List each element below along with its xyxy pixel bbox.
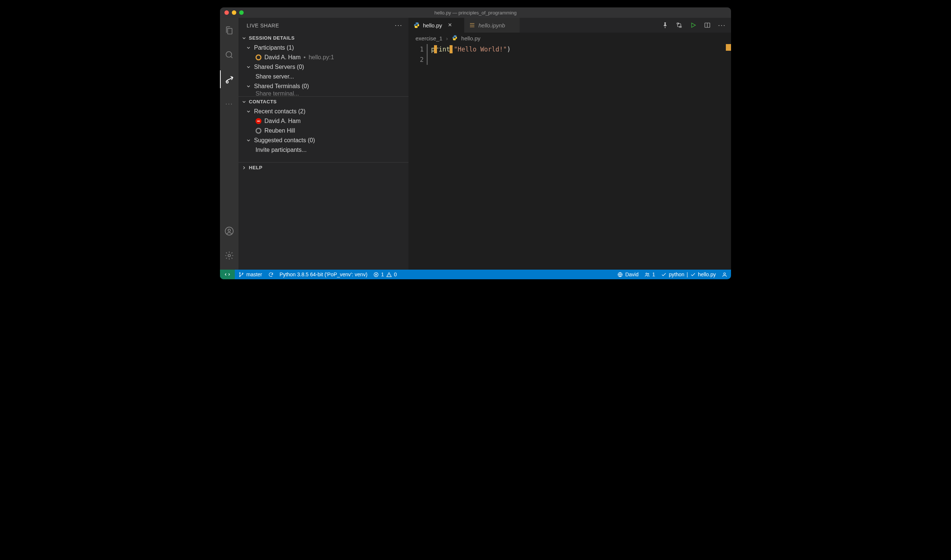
remote-cursor-icon xyxy=(434,45,437,53)
lint-language: python xyxy=(669,271,684,277)
vscode-window: hello.py — principles_of_programming ··· xyxy=(220,8,731,279)
participant-item[interactable]: David A. Ham • hello.py:1 xyxy=(244,52,408,62)
code-token: ) xyxy=(507,46,511,53)
svg-point-0 xyxy=(226,51,231,57)
notebook-file-icon xyxy=(469,22,476,29)
editor-area: hello.py hello.ipynb xyxy=(409,18,731,270)
explorer-activity[interactable] xyxy=(220,22,239,39)
editor-actions: ··· xyxy=(657,18,731,32)
feedback-button[interactable] xyxy=(722,272,727,277)
contact-item[interactable]: David A. Ham xyxy=(244,116,408,126)
interpreter-label: Python 3.8.5 64-bit ('PoP_venv': venv) xyxy=(280,271,367,277)
presence-dnd-icon xyxy=(255,118,262,124)
tab-hello-ipynb[interactable]: hello.ipynb xyxy=(465,18,520,32)
editor-more-button[interactable]: ··· xyxy=(718,22,726,29)
participants-label: Participants (1) xyxy=(254,45,294,51)
participants-group[interactable]: Participants (1) xyxy=(244,43,408,52)
accounts-activity[interactable] xyxy=(220,222,239,240)
chevron-down-icon xyxy=(246,45,251,50)
participant-name: David A. Ham xyxy=(265,54,301,61)
svg-point-13 xyxy=(646,273,647,274)
contact-item[interactable]: Reuben Hill xyxy=(244,126,408,135)
participant-location: hello.py:1 xyxy=(308,54,334,61)
more-activity[interactable]: ··· xyxy=(220,95,239,112)
contacts-label: CONTACTS xyxy=(249,99,277,105)
maximize-window-button[interactable] xyxy=(239,10,244,15)
warning-count: 0 xyxy=(394,271,397,277)
recent-contacts-label: Recent contacts (2) xyxy=(254,108,306,115)
recent-contacts-group[interactable]: Recent contacts (2) xyxy=(244,107,408,116)
problems-status[interactable]: 1 0 xyxy=(373,271,397,277)
code-editor[interactable]: 1 2 print("Hello World!") xyxy=(409,44,731,270)
share-server-label: Share server... xyxy=(255,73,294,80)
titlebar: hello.py — principles_of_programming xyxy=(220,8,731,18)
liveshare-participants-status[interactable]: 1 xyxy=(644,271,655,277)
lint-status[interactable]: python | hello.py xyxy=(661,271,716,277)
git-branch-status[interactable]: master xyxy=(239,271,262,277)
search-activity[interactable] xyxy=(220,46,239,64)
contacts-section[interactable]: CONTACTS xyxy=(239,97,408,107)
compare-changes-button[interactable] xyxy=(676,22,683,29)
sidebar-header: LIVE SHARE ··· xyxy=(239,18,408,33)
close-window-button[interactable] xyxy=(225,10,229,15)
liveshare-user-name: David xyxy=(625,271,639,277)
tab-label: hello.py xyxy=(423,22,442,29)
presence-offline-icon xyxy=(255,128,262,134)
share-terminal-action[interactable]: Share terminal... xyxy=(244,91,408,96)
svg-point-14 xyxy=(648,273,649,274)
overview-marker xyxy=(726,44,731,51)
overview-ruler[interactable] xyxy=(726,44,731,270)
sidebar-title: LIVE SHARE xyxy=(247,23,279,29)
shared-servers-group[interactable]: Shared Servers (0) xyxy=(244,62,408,72)
status-bar: master Python 3.8.5 64-bit ('PoP_venv': … xyxy=(220,270,731,279)
pin-tab-button[interactable] xyxy=(662,22,668,29)
svg-point-1 xyxy=(226,81,228,83)
python-file-icon xyxy=(452,35,458,42)
session-details-label: SESSION DETAILS xyxy=(249,35,295,41)
run-button[interactable] xyxy=(690,22,697,29)
line-number: 2 xyxy=(409,54,424,65)
shared-terminals-group[interactable]: Shared Terminals (0) xyxy=(244,82,408,91)
git-branch-name: master xyxy=(246,271,262,277)
sync-button[interactable] xyxy=(268,272,274,277)
suggested-contacts-group[interactable]: Suggested contacts (0) xyxy=(244,135,408,145)
contact-name: Reuben Hill xyxy=(265,128,295,134)
invite-participants-action[interactable]: Invite participants... xyxy=(244,145,408,155)
liveshare-user-status[interactable]: David xyxy=(617,271,639,277)
svg-point-8 xyxy=(240,272,241,273)
dot-separator: • xyxy=(304,54,306,61)
breadcrumb-folder: exercise_1 xyxy=(415,35,443,42)
participant-count: 1 xyxy=(652,271,655,277)
remote-cursor-icon xyxy=(449,45,452,53)
minimize-window-button[interactable] xyxy=(232,10,236,15)
tab-bar: hello.py hello.ipynb xyxy=(409,18,731,32)
tab-label: hello.ipynb xyxy=(479,22,505,29)
lint-file: hello.py xyxy=(698,271,716,277)
close-tab-button[interactable] xyxy=(447,22,452,29)
chevron-down-icon xyxy=(242,35,247,41)
liveshare-activity[interactable] xyxy=(220,70,239,88)
breadcrumb[interactable]: exercise_1 › hello.py xyxy=(409,32,731,44)
shared-terminals-label: Shared Terminals (0) xyxy=(254,83,309,90)
code-token: "Hello World!" xyxy=(454,46,506,53)
chevron-down-icon xyxy=(246,84,251,89)
chevron-down-icon xyxy=(246,138,251,143)
line-number: 1 xyxy=(409,44,424,54)
sidebar-more-button[interactable]: ··· xyxy=(395,22,403,29)
split-editor-button[interactable] xyxy=(704,22,711,29)
settings-activity[interactable] xyxy=(220,247,239,265)
share-server-action[interactable]: Share server... xyxy=(244,72,408,82)
help-section[interactable]: HELP xyxy=(239,163,408,172)
remote-indicator[interactable] xyxy=(220,270,235,279)
tab-hello-py[interactable]: hello.py xyxy=(409,18,465,32)
suggested-contacts-label: Suggested contacts (0) xyxy=(254,137,315,144)
ellipsis-icon: ··· xyxy=(718,22,726,29)
main-area: ··· LIVE SHARE ··· xyxy=(220,18,731,270)
python-interpreter-status[interactable]: Python 3.8.5 64-bit ('PoP_venv': venv) xyxy=(280,271,367,277)
breadcrumb-separator: › xyxy=(446,35,448,42)
chevron-down-icon xyxy=(246,65,251,70)
share-terminal-label: Share terminal... xyxy=(255,91,299,96)
breadcrumb-file: hello.py xyxy=(462,35,481,42)
python-file-icon xyxy=(413,22,420,29)
session-details-section[interactable]: SESSION DETAILS xyxy=(239,33,408,43)
